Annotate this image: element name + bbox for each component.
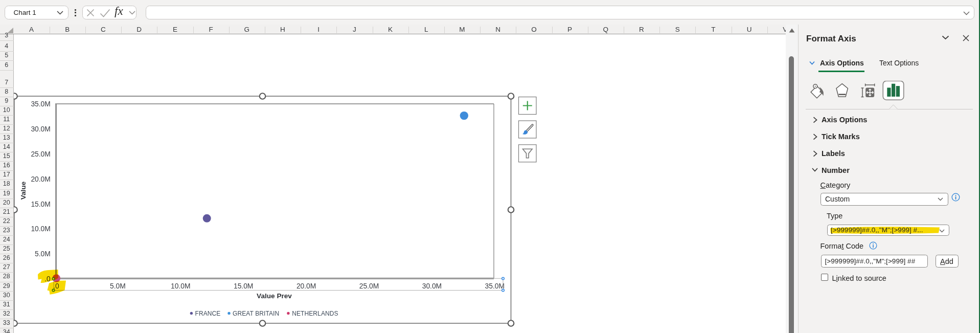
svg-text:5.0M: 5.0M: [110, 282, 126, 290]
svg-text:FRANCE: FRANCE: [195, 310, 221, 317]
svg-text:20.0M: 20.0M: [297, 282, 316, 290]
svg-text:20.0M: 20.0M: [31, 175, 50, 183]
svg-text:Value: Value: [19, 181, 27, 199]
svg-text:Value Prev: Value Prev: [257, 292, 292, 300]
svg-text:NETHERLANDS: NETHERLANDS: [292, 310, 338, 317]
svg-text:35.0M: 35.0M: [31, 100, 50, 108]
svg-text:30.0M: 30.0M: [31, 125, 50, 133]
svg-text:25.0M: 25.0M: [31, 150, 50, 158]
svg-text:15.0M: 15.0M: [234, 282, 253, 290]
svg-text:10.0M: 10.0M: [171, 282, 190, 290]
svg-text:35.0M: 35.0M: [485, 282, 505, 290]
svg-text:10.0M: 10.0M: [31, 225, 50, 233]
svg-text:GREAT BRITAIN: GREAT BRITAIN: [233, 310, 279, 317]
svg-text:5.0M: 5.0M: [35, 250, 51, 258]
svg-text:15.0M: 15.0M: [31, 201, 50, 208]
svg-text:25.0M: 25.0M: [359, 282, 379, 290]
svg-text:30.0M: 30.0M: [422, 282, 442, 290]
